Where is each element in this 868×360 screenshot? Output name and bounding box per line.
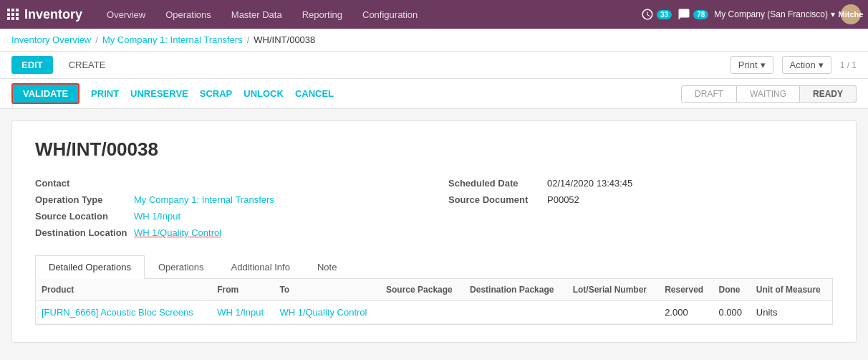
- svg-rect-3: [7, 13, 10, 16]
- source-document-label: Source Document: [448, 194, 541, 205]
- app-brand[interactable]: Inventory: [7, 7, 82, 22]
- field-operation-type: Operation Type My Company 1: Internal Tr…: [35, 194, 420, 205]
- messages-button[interactable]: 78: [677, 8, 708, 21]
- breadcrumb-inventory[interactable]: Inventory Overview: [11, 34, 91, 45]
- field-source-location: Source Location WH 1/Input: [35, 211, 420, 222]
- cell-reserved: 2.000: [659, 301, 713, 324]
- product-link[interactable]: [FURN_6666] Acoustic Bloc Screens: [42, 307, 193, 318]
- cell-uom: Units: [751, 301, 832, 324]
- scheduled-date-value: 02/14/2020 13:43:45: [547, 178, 632, 189]
- svg-rect-0: [7, 9, 10, 11]
- messages-badge: 78: [693, 10, 708, 19]
- field-source-document: Source Document P00052: [448, 194, 833, 205]
- record-card: WH/INT/00038 Contact Operation Type My C…: [11, 120, 857, 343]
- from-link[interactable]: WH 1/Input: [217, 307, 264, 318]
- cancel-button[interactable]: CANCEL: [295, 85, 334, 102]
- cell-product: [FURN_6666] Acoustic Bloc Screens: [36, 301, 211, 324]
- notifications-badge: 33: [657, 10, 672, 19]
- col-to: To: [274, 279, 380, 301]
- chevron-down-icon: ▾: [831, 9, 835, 19]
- table-row[interactable]: [FURN_6666] Acoustic Bloc Screens WH 1/I…: [36, 301, 832, 324]
- scrap-button[interactable]: SCRAP: [200, 85, 233, 102]
- nav-masterdata[interactable]: Master Data: [221, 0, 292, 29]
- col-reserved: Reserved: [659, 279, 713, 301]
- svg-rect-4: [11, 13, 14, 16]
- company-name: My Company (San Francisco): [714, 9, 828, 19]
- unreserve-button[interactable]: UNRESERVE: [130, 85, 188, 102]
- status-draft: DRAFT: [681, 85, 737, 103]
- right-fields: Scheduled Date 02/14/2020 13:43:45 Sourc…: [448, 178, 833, 238]
- record-toolbar: VALIDATE PRINT UNRESERVE SCRAP UNLOCK CA…: [0, 79, 868, 109]
- col-from: From: [211, 279, 274, 301]
- page-nav: 1 / 1: [840, 60, 857, 70]
- source-location-value[interactable]: WH 1/Input: [134, 211, 180, 222]
- nav-overview[interactable]: Overview: [97, 0, 155, 29]
- action-bar: EDIT CREATE Print ▾ Action ▾ 1 / 1: [0, 52, 868, 79]
- company-selector[interactable]: My Company (San Francisco) ▾: [714, 9, 835, 19]
- cell-to: WH 1/Quality Control: [274, 301, 380, 324]
- field-destination-location: Destination Location WH 1/Quality Contro…: [35, 227, 420, 238]
- unlock-button[interactable]: UNLOCK: [243, 85, 284, 102]
- svg-rect-6: [7, 17, 10, 20]
- nav-reporting[interactable]: Reporting: [292, 0, 352, 29]
- table-container: Product From To Source Package Destinati…: [35, 279, 833, 325]
- action-label: Action: [790, 60, 816, 70]
- print-toolbar-button[interactable]: PRINT: [91, 85, 119, 102]
- svg-rect-2: [16, 9, 19, 11]
- tabs: Detailed Operations Operations Additiona…: [35, 255, 833, 279]
- cell-lot-serial: [567, 301, 659, 324]
- grid-icon: [7, 9, 19, 20]
- breadcrumb-current: WH/INT/00038: [254, 34, 315, 45]
- app-name: Inventory: [24, 7, 82, 22]
- cell-source-package: [380, 301, 464, 324]
- create-button[interactable]: CREATE: [62, 56, 113, 74]
- status-ready: READY: [800, 85, 857, 103]
- nav-operations[interactable]: Operations: [155, 0, 221, 29]
- avatar[interactable]: Mitche: [841, 4, 861, 24]
- field-contact: Contact: [35, 178, 420, 189]
- notifications-button[interactable]: 33: [641, 8, 672, 21]
- to-link[interactable]: WH 1/Quality Control: [279, 307, 367, 318]
- clock-icon: [641, 8, 654, 21]
- breadcrumb-sep-2: /: [247, 34, 250, 45]
- tab-additional-info[interactable]: Additional Info: [218, 255, 304, 279]
- validate-button[interactable]: VALIDATE: [11, 83, 79, 104]
- left-fields: Contact Operation Type My Company 1: Int…: [35, 178, 420, 238]
- svg-rect-8: [16, 17, 19, 20]
- operation-type-value[interactable]: My Company 1: Internal Transfers: [134, 194, 274, 205]
- destination-location-label: Destination Location: [35, 227, 128, 238]
- cell-destination-package: [464, 301, 567, 324]
- nav-configuration[interactable]: Configuration: [352, 0, 428, 29]
- print-chevron-icon: ▾: [761, 60, 766, 70]
- action-chevron-icon: ▾: [819, 60, 824, 70]
- message-icon: [677, 8, 690, 21]
- action-button[interactable]: Action ▾: [782, 56, 831, 74]
- edit-button[interactable]: EDIT: [11, 56, 53, 74]
- fields-grid: Contact Operation Type My Company 1: Int…: [35, 178, 833, 238]
- tab-operations[interactable]: Operations: [145, 255, 218, 279]
- col-lot-serial: Lot/Serial Number: [567, 279, 659, 301]
- scheduled-date-label: Scheduled Date: [448, 178, 541, 189]
- cell-from: WH 1/Input: [211, 301, 274, 324]
- topnav-right: 33 78 My Company (San Francisco) ▾ Mitch…: [641, 4, 861, 24]
- tab-detailed-operations[interactable]: Detailed Operations: [35, 255, 145, 279]
- table-header-row: Product From To Source Package Destinati…: [36, 279, 832, 301]
- print-label: Print: [738, 60, 758, 70]
- col-uom: Unit of Measure: [751, 279, 832, 301]
- destination-location-value[interactable]: WH 1/Quality Control: [134, 227, 221, 238]
- operation-type-label: Operation Type: [35, 194, 128, 205]
- col-source-package: Source Package: [380, 279, 464, 301]
- cell-done: 0.000: [713, 301, 751, 324]
- nav-menu: Overview Operations Master Data Reportin…: [97, 0, 641, 29]
- print-button[interactable]: Print ▾: [730, 56, 773, 74]
- contact-label: Contact: [35, 178, 128, 189]
- col-product: Product: [36, 279, 211, 301]
- field-scheduled-date: Scheduled Date 02/14/2020 13:43:45: [448, 178, 833, 189]
- status-waiting: WAITING: [737, 85, 800, 103]
- tab-note[interactable]: Note: [304, 255, 350, 279]
- breadcrumb-transfers[interactable]: My Company 1: Internal Transfers: [102, 34, 243, 45]
- breadcrumb: Inventory Overview / My Company 1: Inter…: [0, 29, 868, 52]
- source-document-value: P00052: [547, 194, 579, 205]
- source-location-label: Source Location: [35, 211, 128, 222]
- svg-rect-7: [11, 17, 14, 20]
